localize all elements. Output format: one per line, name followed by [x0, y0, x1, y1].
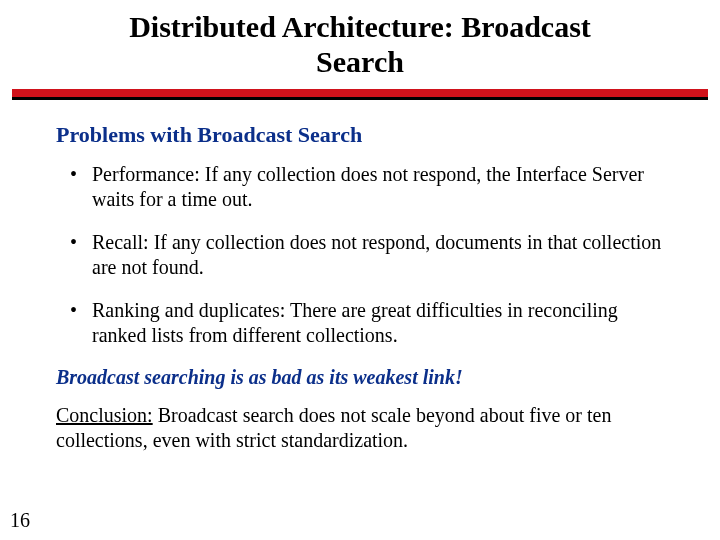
bullet-item: Recall: If any collection does not respo… — [78, 230, 664, 280]
title-line-2: Search — [316, 45, 404, 78]
page-number: 16 — [10, 509, 30, 532]
bullet-item: Performance: If any collection does not … — [78, 162, 664, 212]
slide-body: Problems with Broadcast Search Performan… — [0, 100, 720, 453]
callout-text: Broadcast searching is as bad as its wea… — [56, 366, 664, 389]
conclusion-label: Conclusion: — [56, 404, 153, 426]
slide-title: Distributed Architecture: Broadcast Sear… — [0, 0, 720, 85]
bullet-list: Performance: If any collection does not … — [56, 162, 664, 348]
section-subhead: Problems with Broadcast Search — [56, 122, 664, 148]
slide: Distributed Architecture: Broadcast Sear… — [0, 0, 720, 540]
divider-red — [12, 89, 708, 97]
conclusion: Conclusion: Broadcast search does not sc… — [56, 403, 664, 453]
title-line-1: Distributed Architecture: Broadcast — [129, 10, 591, 43]
bullet-item: Ranking and duplicates: There are great … — [78, 298, 664, 348]
